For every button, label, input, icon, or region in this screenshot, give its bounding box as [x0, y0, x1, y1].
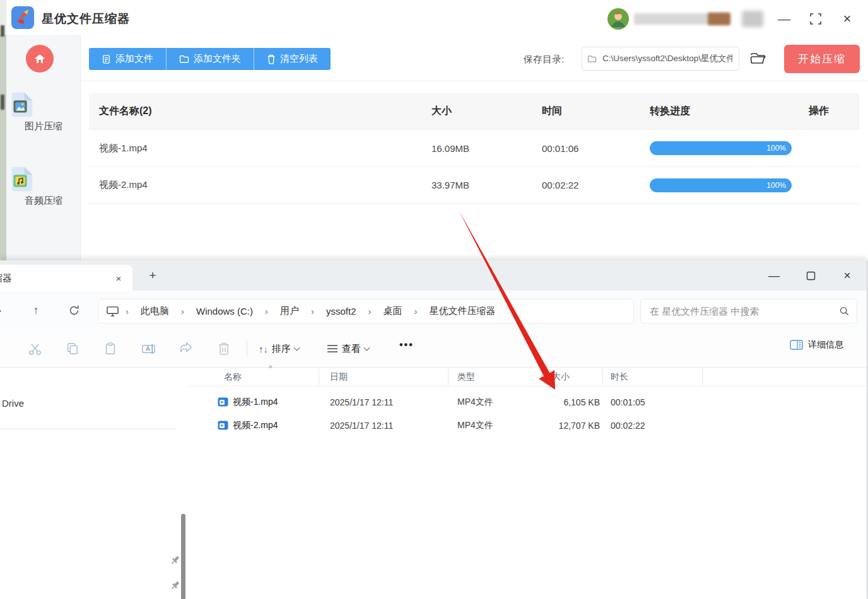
task-table: 文件名称(2) 大小 时间 转换进度 操作 视频-1.mp4 16.09MB 0… — [89, 93, 859, 204]
background-window-fragment — [1, 25, 4, 37]
nav-item-drive[interactable]: Drive — [2, 398, 24, 409]
progress-value: 100% — [766, 181, 786, 190]
chevron-right-icon: › — [175, 306, 191, 317]
navpane-scrollbar[interactable] — [181, 514, 185, 599]
view-lines-icon — [327, 344, 338, 353]
column-divider[interactable] — [702, 369, 703, 385]
add-file-button[interactable]: 添加文件 — [89, 48, 166, 70]
file-explorer-window: 星优文件压缩器 × + — × › ↑ — [0, 260, 867, 599]
search-icon[interactable] — [840, 306, 849, 316]
file-row[interactable]: 视频-1.mp4 2025/1/17 12:11 MP4文件 6,105 KB … — [189, 390, 868, 414]
share-icon[interactable] — [179, 341, 194, 356]
pin-icon[interactable] — [170, 555, 180, 566]
clear-list-button[interactable]: 清空列表 — [254, 48, 331, 70]
refresh-button[interactable] — [66, 302, 82, 318]
app-toolbar: 添加文件 添加文件夹 清空列表 — [89, 48, 331, 70]
file-row[interactable]: 视频-2.mp4 2025/1/17 12:11 MP4文件 12,707 KB… — [189, 414, 868, 437]
explorer-close-button[interactable]: × — [838, 267, 857, 284]
divider — [0, 429, 175, 429]
sidebar-item-label: 图片压缩 — [6, 120, 81, 132]
file-size: 33.97MB — [421, 180, 532, 190]
new-tab-button[interactable]: + — [144, 267, 161, 284]
save-dir-input[interactable] — [601, 54, 734, 64]
file-size: 6,105 KB — [546, 397, 602, 407]
delete-icon[interactable] — [216, 341, 232, 356]
col-date[interactable]: 日期 — [319, 371, 448, 383]
col-size[interactable]: 大小 — [546, 371, 602, 383]
chevron-right-icon: › — [119, 306, 135, 317]
file-date: 2025/1/17 12:11 — [319, 397, 448, 407]
file-type: MP4文件 — [448, 420, 546, 431]
save-dir-field[interactable] — [582, 47, 739, 71]
file-time: 00:01:06 — [532, 143, 640, 154]
col-progress: 转换进度 — [640, 105, 799, 118]
chevron-down-icon — [294, 344, 300, 351]
app-maximize-icon[interactable] — [807, 10, 824, 28]
up-button[interactable]: ↑ — [28, 302, 44, 318]
col-name: 文件名称(2) — [89, 105, 421, 118]
file-icon — [102, 54, 111, 64]
breadcrumb-this-pc[interactable]: 此电脑 — [135, 305, 175, 317]
app-minimize-button[interactable]: — — [775, 10, 793, 28]
column-divider[interactable] — [602, 369, 603, 385]
table-row[interactable]: 视频-1.mp4 16.09MB 00:01:06 100% — [89, 129, 859, 166]
desktop-edge-strip — [0, 0, 6, 260]
sort-arrows-icon: ↑↓ — [259, 344, 268, 354]
user-avatar[interactable] — [607, 8, 629, 30]
start-compress-button[interactable]: 开始压缩 — [784, 45, 860, 73]
col-time: 时间 — [532, 105, 640, 118]
breadcrumb-current-folder[interactable]: 星优文件压缩器 — [424, 305, 501, 317]
forward-button[interactable]: › — [0, 302, 8, 318]
chevron-down-icon — [364, 344, 370, 351]
more-options-button[interactable]: ••• — [399, 339, 414, 351]
breadcrumb-users[interactable]: 用户 — [274, 305, 305, 317]
search-input[interactable] — [648, 305, 840, 317]
add-folder-button[interactable]: 添加文件夹 — [166, 48, 254, 70]
rename-icon[interactable] — [141, 341, 156, 356]
sidebar-item-image-compress[interactable]: 图片压缩 — [6, 90, 81, 132]
table-row[interactable]: 视频-2.mp4 33.97MB 00:02:22 100% — [89, 166, 859, 204]
background-window-fragment — [1, 95, 4, 110]
col-type[interactable]: 类型 — [448, 371, 546, 383]
explorer-commandbar: ↑↓ 排序 查看 ••• 详细信息 — [0, 330, 867, 368]
col-name[interactable]: 名称 — [189, 371, 319, 383]
add-folder-label: 添加文件夹 — [194, 53, 241, 65]
trash-icon — [267, 54, 276, 64]
folder-icon — [179, 54, 189, 64]
explorer-minimize-button[interactable]: — — [765, 267, 783, 284]
copy-icon[interactable] — [65, 341, 80, 356]
cut-icon[interactable] — [27, 341, 42, 356]
details-pane-button[interactable]: 详细信息 — [790, 339, 843, 351]
column-divider[interactable] — [319, 369, 319, 385]
breadcrumb-desktop[interactable]: 桌面 — [378, 305, 408, 317]
app-sidebar: 图片压缩 音频压缩 — [6, 35, 81, 260]
app-titlebar: 星优文件压缩器 — × — [6, 0, 868, 35]
file-list-header: 名称 日期 类型 大小 时长 ^ — [189, 368, 868, 387]
progress-bar: 100% — [650, 141, 792, 155]
home-button[interactable] — [26, 45, 54, 73]
app-close-button[interactable]: × — [838, 10, 856, 28]
search-box[interactable] — [640, 299, 857, 323]
audio-file-icon — [6, 165, 35, 194]
col-duration[interactable]: 时长 — [602, 371, 702, 383]
explorer-addressbar: › ↑ › 此电脑 › Windows (C:) › 用户 › yssoft2 … — [0, 291, 867, 330]
browse-folder-button[interactable] — [749, 50, 767, 67]
breadcrumb-user[interactable]: yssoft2 — [320, 306, 362, 317]
explorer-tab[interactable]: 星优文件压缩器 × — [0, 265, 132, 291]
column-divider[interactable] — [546, 369, 546, 385]
tab-close-button[interactable]: × — [112, 271, 126, 285]
redacted-icon — [742, 11, 763, 27]
paste-icon[interactable] — [103, 341, 118, 356]
pin-icon[interactable] — [170, 580, 180, 591]
sidebar-item-audio-compress[interactable]: 音频压缩 — [6, 165, 81, 207]
this-pc-icon[interactable] — [106, 305, 119, 317]
file-size: 16.09MB — [421, 143, 532, 154]
folder-icon — [587, 55, 597, 63]
column-divider[interactable] — [448, 369, 449, 385]
view-menu-button[interactable]: 查看 — [327, 339, 369, 358]
sort-menu-button[interactable]: ↑↓ 排序 — [259, 339, 299, 358]
breadcrumb-drive-c[interactable]: Windows (C:) — [191, 306, 259, 317]
file-duration: 00:02:22 — [602, 421, 702, 431]
file-duration: 00:01:05 — [602, 397, 702, 407]
explorer-maximize-icon[interactable] — [801, 267, 820, 284]
